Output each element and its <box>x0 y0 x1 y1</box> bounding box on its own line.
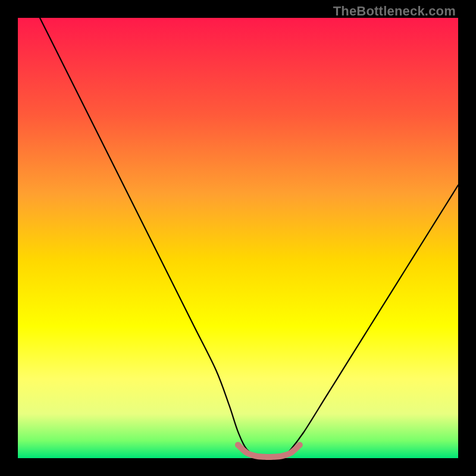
ideal-zone-dot-right <box>297 442 303 448</box>
ideal-zone-dot-left <box>235 442 241 448</box>
curve-layer <box>18 18 458 458</box>
chart-canvas: TheBottleneck.com <box>0 0 476 476</box>
black-curve <box>40 18 458 459</box>
plot-area <box>18 18 458 458</box>
watermark: TheBottleneck.com <box>333 4 456 19</box>
ideal-zone-curve <box>238 445 300 457</box>
